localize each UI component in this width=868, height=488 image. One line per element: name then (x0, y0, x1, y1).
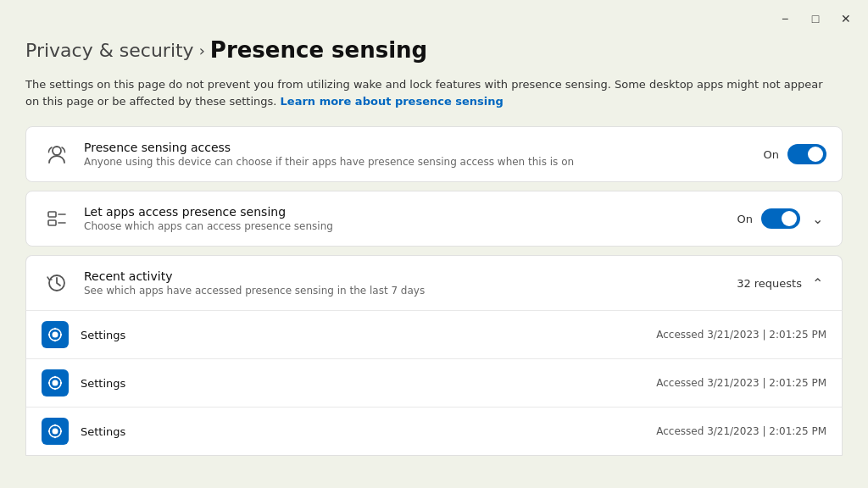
activity-entry-3: Settings Accessed 3/21/2023 | 2:01:25 PM (25, 408, 843, 456)
activity-entry-2: Settings Accessed 3/21/2023 | 2:01:25 PM (25, 359, 843, 408)
svg-rect-2 (48, 220, 56, 225)
let-apps-access-status: On (737, 213, 753, 225)
settings-app-icon-1 (42, 321, 69, 348)
svg-point-23 (60, 430, 62, 432)
app-name-3: Settings (81, 425, 644, 438)
presence-sensing-access-card: Presence sensing access Anyone using thi… (25, 126, 843, 182)
recent-activity-subtitle: See which apps have accessed presence se… (84, 285, 725, 297)
title-bar: − □ ✕ (0, 0, 868, 37)
settings-app-icon-2 (42, 369, 69, 396)
svg-point-15 (54, 388, 56, 390)
let-apps-access-text: Let apps access presence sensing Choose … (84, 205, 726, 232)
settings-app-icon-3 (42, 418, 69, 445)
svg-point-8 (54, 328, 56, 330)
maximize-button[interactable]: □ (804, 7, 827, 30)
svg-point-9 (54, 340, 56, 341)
close-button[interactable]: ✕ (834, 7, 858, 30)
let-apps-icon (42, 203, 72, 234)
presence-sensing-access-toggle[interactable] (787, 144, 826, 164)
recent-activity-text: Recent activity See which apps have acce… (84, 269, 725, 297)
activity-entry-1: Settings Accessed 3/21/2023 | 2:01:25 PM (25, 311, 843, 359)
presence-sensing-access-status: On (764, 148, 779, 161)
let-apps-access-title: Let apps access presence sensing (84, 205, 726, 219)
svg-point-10 (48, 334, 50, 336)
presence-sensing-icon (42, 139, 72, 169)
breadcrumb-separator: › (199, 42, 205, 59)
presence-sensing-access-text: Presence sensing access Anyone using thi… (84, 141, 752, 168)
svg-point-14 (54, 376, 56, 378)
recent-activity-title: Recent activity (84, 269, 725, 283)
let-apps-access-card: Let apps access presence sensing Choose … (25, 191, 843, 247)
let-apps-access-right: On ⌄ (737, 208, 826, 229)
svg-point-11 (60, 334, 62, 336)
let-apps-access-subtitle: Choose which apps can access presence se… (84, 220, 726, 232)
access-time-3: Accessed 3/21/2023 | 2:01:25 PM (656, 425, 826, 437)
presence-sensing-access-title: Presence sensing access (84, 141, 752, 154)
presence-sensing-access-right: On (764, 144, 826, 164)
svg-point-12 (53, 380, 58, 386)
let-apps-access-toggle[interactable] (761, 208, 800, 229)
recent-activity-icon (42, 268, 72, 298)
recent-activity-section: Recent activity See which apps have acce… (25, 255, 843, 456)
svg-point-6 (53, 332, 58, 338)
recent-activity-header: Recent activity See which apps have acce… (25, 255, 843, 311)
svg-point-20 (54, 424, 56, 426)
app-name-2: Settings (81, 377, 644, 390)
breadcrumb-parent[interactable]: Privacy & security (25, 40, 194, 61)
page-title: Presence sensing (210, 37, 427, 63)
recent-activity-right: 32 requests ⌃ (737, 274, 826, 293)
svg-point-21 (54, 436, 56, 438)
svg-point-22 (48, 430, 50, 432)
let-apps-chevron-button[interactable]: ⌄ (809, 209, 826, 229)
page-description: The settings on this page do not prevent… (25, 76, 839, 109)
minimize-button[interactable]: − (773, 7, 797, 30)
learn-more-link[interactable]: Learn more about presence sensing (281, 95, 504, 108)
svg-point-18 (53, 429, 58, 435)
breadcrumb: Privacy & security › Presence sensing (25, 37, 843, 63)
recent-activity-chevron-button[interactable]: ⌃ (809, 274, 826, 293)
presence-sensing-access-subtitle: Anyone using this device can choose if t… (84, 156, 752, 168)
access-time-1: Accessed 3/21/2023 | 2:01:25 PM (656, 329, 826, 341)
app-name-1: Settings (81, 329, 644, 341)
requests-count: 32 requests (737, 277, 802, 290)
access-time-2: Accessed 3/21/2023 | 2:01:25 PM (656, 377, 826, 389)
svg-point-0 (53, 147, 61, 155)
svg-rect-1 (48, 212, 56, 217)
svg-point-17 (60, 382, 62, 384)
svg-point-16 (48, 382, 50, 384)
